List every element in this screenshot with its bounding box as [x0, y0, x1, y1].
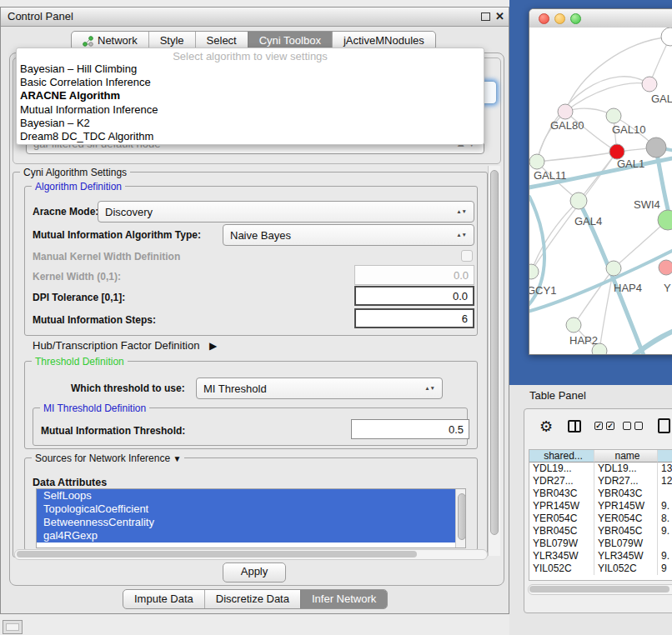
settings-horizontal-scrollbar-thumb[interactable] [17, 551, 417, 558]
network-graph[interactable]: GALGAL80GAL10GAL1GAL11GAL4SWI4HAP4YGCY1H… [529, 28, 672, 354]
hub-definition-toggle[interactable]: Hub/Transcription Factor Definition ▶ [33, 339, 217, 352]
network-node-y[interactable] [659, 260, 672, 275]
attributes-scrollbar-thumb[interactable] [458, 493, 466, 540]
table-row[interactable]: YIL052CYIL052C9 [529, 562, 672, 575]
manual-kernel-checkbox[interactable] [461, 250, 473, 262]
table-cell: YPR145W [594, 500, 658, 512]
network-node-gal10[interactable] [606, 108, 621, 123]
control-panel-window: Control Panel ✕ NetworkStyleSelectCyni T… [0, 7, 509, 614]
algorithm-option[interactable]: ARACNE Algorithm [17, 89, 484, 102]
mi-threshold-label: Mutual Information Threshold: [41, 425, 185, 437]
table-row[interactable]: YBL079WYBL079W [529, 538, 672, 550]
algorithm-option[interactable]: Basic Correlation Inference [17, 76, 484, 89]
table-cell: 8. [658, 512, 672, 525]
manual-kernel-label: Manual Kernel Width Definition [33, 251, 180, 262]
network-node[interactable] [646, 138, 666, 158]
network-edge[interactable] [565, 83, 649, 112]
column-header[interactable]: name [594, 450, 658, 462]
table-row[interactable]: YLR345WYLR345W9. [529, 550, 672, 562]
node-table[interactable]: shared...name YDL19...YDL19...13YDR27...… [529, 449, 672, 581]
which-threshold-combo[interactable]: MI Threshold ▲▼ [196, 378, 443, 399]
sources-title[interactable]: Sources for Network Inference ▼ [32, 452, 184, 464]
select-all-columns-icon[interactable]: ✓ ✓ [594, 422, 614, 430]
mi-threshold-field[interactable]: 0.5 [351, 419, 469, 439]
table-row[interactable]: YDR27...YDR27...12 [529, 475, 672, 488]
dpi-tolerance-field[interactable]: 0.0 [354, 286, 474, 306]
control-panel-titlebar[interactable]: Control Panel ✕ [1, 8, 509, 27]
kernel-width-label: Kernel Width (0,1): [33, 271, 121, 282]
attributes-scrollbar[interactable] [455, 489, 465, 548]
table-row[interactable]: YBR043CYBR043C [529, 488, 672, 500]
table-horizontal-scrollbar[interactable] [528, 584, 672, 595]
minimize-traffic-light-icon[interactable] [554, 13, 565, 24]
data-attribute-item[interactable]: gal4RGexp [37, 529, 465, 542]
network-node-label: GAL80 [550, 119, 584, 132]
algorithm-option[interactable]: Dream8 DC_TDC Algorithm [17, 130, 484, 143]
network-edge[interactable] [614, 224, 663, 268]
tab-impute-data[interactable]: Impute Data [123, 590, 204, 608]
tab-discretize-data[interactable]: Discretize Data [204, 590, 300, 608]
chevron-down-icon: ▼ [173, 454, 181, 463]
mi-threshold-value: 0.5 [449, 423, 464, 436]
network-node-gcy1[interactable] [529, 264, 539, 279]
close-traffic-light-icon[interactable] [539, 13, 549, 24]
settings-horizontal-scrollbar[interactable] [14, 549, 488, 560]
kernel-width-field[interactable]: 0.0 [354, 265, 474, 285]
table-cell: YDL19... [594, 462, 658, 475]
network-node-label: GAL1 [617, 158, 644, 170]
table-row[interactable]: YDL19...YDL19...13 [529, 462, 672, 475]
table-settings-gear-icon[interactable]: ⚙ [539, 419, 553, 435]
table-cell: 9. [658, 525, 672, 538]
data-attribute-item[interactable]: SelfLoops [37, 489, 465, 502]
network-node-label: HAP4 [614, 282, 642, 294]
network-node[interactable] [661, 28, 672, 46]
table-cell: YBR045C [594, 525, 658, 538]
network-node-hap4[interactable] [606, 261, 621, 276]
table-row[interactable]: YPR145WYPR145W9. [529, 500, 672, 512]
network-node-label: GAL4 [574, 215, 602, 228]
column-layout-icon[interactable] [568, 420, 581, 432]
table-cell: YDR27... [594, 475, 658, 488]
table-horizontal-scrollbar-thumb[interactable] [529, 586, 669, 592]
table-row[interactable]: YBR045CYBR045C9. [529, 525, 672, 538]
settings-vertical-scrollbar[interactable] [488, 166, 500, 556]
algorithm-option[interactable]: Bayesian – K2 [17, 117, 484, 130]
algorithm-option[interactable]: Bayesian – Hill Climbing [17, 62, 484, 76]
tab-label: Style [160, 32, 184, 49]
apply-button[interactable]: Apply [223, 562, 286, 582]
table-cell: YBR043C [594, 488, 658, 500]
tab-infer-network[interactable]: Infer Network [300, 590, 387, 608]
aracne-mode-combo[interactable]: Discovery ▲▼ [98, 201, 474, 222]
algorithm-option[interactable]: Mutual Information Inference [17, 103, 484, 117]
collapsed-panel-icon[interactable] [3, 620, 23, 634]
settings-vertical-scrollbar-thumb[interactable] [490, 170, 499, 535]
mi-steps-field[interactable]: 6 [354, 308, 474, 328]
column-header[interactable] [658, 450, 672, 462]
close-window-icon[interactable]: ✕ [495, 8, 504, 26]
data-attribute-item[interactable]: TopologicalCoefficient [37, 502, 465, 516]
table-cell: YLR345W [594, 550, 658, 562]
data-attributes-list[interactable]: SelfLoopsTopologicalCoefficientBetweenne… [36, 488, 466, 548]
network-node-hap2[interactable] [566, 318, 581, 332]
combo-arrows-icon: ▲▼ [424, 386, 435, 390]
column-header[interactable]: shared... [529, 450, 594, 462]
deselect-all-columns-icon[interactable] [623, 422, 643, 430]
network-node-gal80[interactable] [558, 104, 573, 119]
export-table-icon[interactable] [658, 418, 670, 433]
float-window-icon[interactable] [481, 12, 490, 21]
zoom-traffic-light-icon[interactable] [570, 13, 581, 24]
table-cell: YPR145W [529, 500, 594, 512]
network-node-gal11[interactable] [529, 154, 544, 169]
algorithm-dropdown-prompt: Select algorithm to view settings [17, 48, 484, 62]
network-edge[interactable] [574, 268, 614, 325]
table-cell: 13 [658, 462, 672, 475]
network-node-gal[interactable] [642, 77, 657, 92]
table-row[interactable]: YER054CYER054C8. [529, 512, 672, 525]
data-attribute-item[interactable]: BetweennessCentrality [37, 516, 465, 529]
table-cell: YDL19... [529, 462, 594, 475]
network-canvas[interactable]: GALGAL80GAL10GAL1GAL11GAL4SWI4HAP4YGCY1H… [529, 28, 672, 354]
network-node-gal4[interactable] [570, 192, 587, 209]
mi-type-combo[interactable]: Naive Bayes ▲▼ [223, 224, 474, 246]
network-window-titlebar[interactable] [529, 9, 672, 28]
network-edge[interactable] [537, 152, 617, 162]
